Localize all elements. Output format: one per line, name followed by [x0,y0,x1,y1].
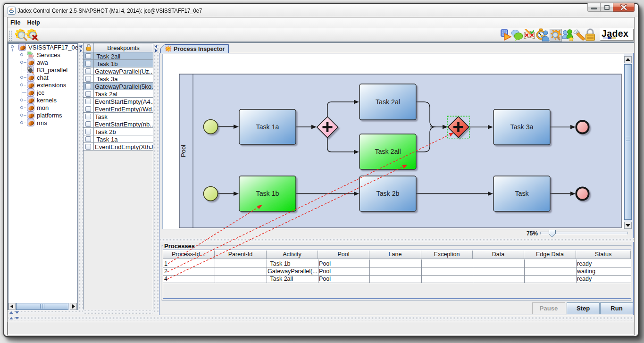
svg-text:Task 2al: Task 2al [376,98,400,106]
svg-text:Task 1a: Task 1a [256,123,279,131]
svg-text:Task 2all: Task 2all [375,148,401,155]
svg-text:Pool: Pool [180,145,187,157]
svg-text:Task 2b: Task 2b [376,190,400,197]
svg-text:Task 1b: Task 1b [256,190,279,197]
svg-text:Task: Task [515,190,529,197]
svg-text:Task 3a: Task 3a [510,123,534,131]
